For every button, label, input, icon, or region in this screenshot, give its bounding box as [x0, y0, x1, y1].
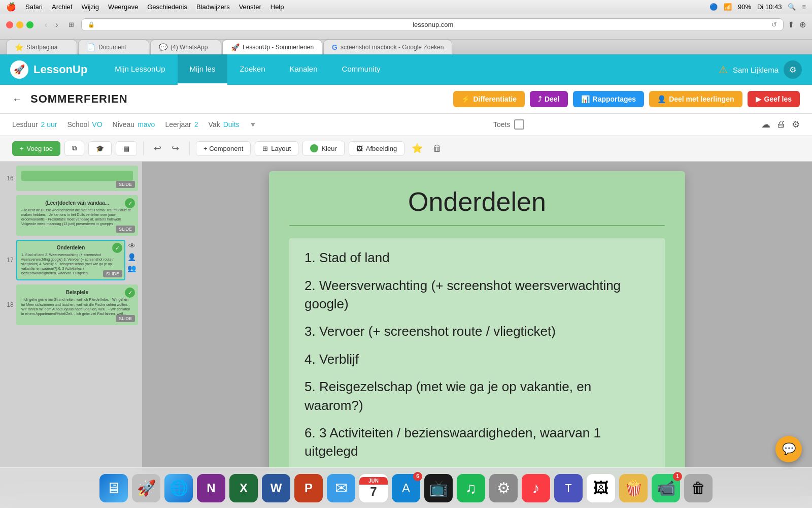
eye-icon[interactable]: 👁	[128, 242, 136, 250]
voeg-toe-button[interactable]: + Voeg toe	[12, 141, 60, 156]
slide-thumb-17[interactable]: ✓ Onderdelen 1. Stad of land 2. Weersver…	[16, 240, 125, 280]
dock-teams[interactable]: T	[554, 474, 583, 502]
slide-check-icon-17: ✓	[112, 243, 122, 253]
menu-help[interactable]: Help	[270, 3, 284, 11]
dock-mail[interactable]: ✉	[327, 474, 355, 502]
account-settings-icon[interactable]: ⚙	[784, 60, 802, 79]
control-center-icon[interactable]: ≡	[802, 3, 806, 11]
component-button[interactable]: + Component	[196, 141, 251, 156]
rapportages-button[interactable]: 📊 Rapportages	[573, 91, 645, 107]
tab-overview-button[interactable]: ⊞	[65, 20, 77, 29]
dock-systemsettings[interactable]: ⚙	[489, 474, 518, 502]
dock-music[interactable]: ♪	[522, 474, 550, 502]
lesduur-value[interactable]: 2 uur	[41, 120, 57, 129]
lessonup-tab-icon: 🚀	[231, 43, 240, 51]
new-tab-icon[interactable]: ⊕	[799, 20, 806, 29]
dock-powerpoint[interactable]: P	[294, 474, 323, 502]
dock-safari[interactable]: 🌐	[164, 474, 193, 502]
slide-thumb-16a[interactable]: SLIDE	[16, 166, 138, 191]
deel-button[interactable]: ⤴ Deel	[530, 91, 568, 107]
cloud-icon[interactable]: ☁	[761, 119, 770, 130]
print-icon[interactable]: 🖨	[776, 119, 786, 130]
slide-label-16a: SLIDE	[116, 181, 135, 188]
dock-word[interactable]: W	[262, 474, 290, 502]
layout-button[interactable]: ⊞ Layout	[255, 141, 298, 156]
app-logo[interactable]: 🚀 LessonUp	[10, 60, 87, 79]
niveau-value[interactable]: mavo	[138, 120, 155, 129]
rapportages-icon: 📊	[581, 95, 590, 103]
dock-onenote[interactable]: N	[197, 474, 225, 502]
nav-mijn-lessonup[interactable]: Mijn LessonUp	[103, 54, 177, 85]
slide-bar	[21, 171, 133, 181]
menu-bladwijzers[interactable]: Bladwijzers	[196, 3, 230, 11]
slide-thumb-18[interactable]: ✓ Beispiele - Ich gehe gerne am Strand r…	[16, 284, 138, 325]
menu-weergave[interactable]: Weergave	[108, 3, 138, 11]
lesson-settings-icon[interactable]: ⚙	[792, 119, 800, 130]
differentiatie-button[interactable]: ⚡ Differentiatie	[453, 91, 525, 107]
chat-bubble-button[interactable]: 💬	[775, 436, 802, 462]
redo-button[interactable]: ↪	[167, 141, 183, 156]
star-button[interactable]: ⭐	[409, 140, 426, 157]
slide-canvas[interactable]: Onderdelen 1. Stad of land 2. Weersverwa…	[269, 171, 685, 486]
toets-checkbox[interactable]	[514, 119, 524, 130]
forward-button[interactable]: ›	[52, 19, 61, 30]
tab-startpagina[interactable]: ⭐ Startpagina	[6, 40, 77, 54]
geef-les-button[interactable]: ▶ Geef les	[748, 91, 800, 107]
present-button[interactable]: 🎓	[88, 141, 112, 156]
back-to-lessons-button[interactable]: ←	[12, 93, 22, 105]
tab-document[interactable]: 📄 Document	[78, 40, 149, 54]
tab-screenshot[interactable]: G screenshot macbook - Google Zoeken	[323, 40, 452, 54]
person-icon[interactable]: 👤	[127, 253, 136, 261]
undo-button[interactable]: ↩	[150, 141, 165, 156]
browser-tabs: ⭐ Startpagina 📄 Document 💬 (4) WhatsApp …	[0, 40, 812, 54]
tab-whatsapp[interactable]: 💬 (4) WhatsApp	[150, 40, 221, 54]
dock-trash[interactable]: 🗑	[684, 474, 713, 502]
menu-safari[interactable]: Safari	[25, 3, 43, 11]
back-button[interactable]: ‹	[42, 19, 50, 30]
close-window-button[interactable]	[6, 21, 13, 28]
nav-mijn-les[interactable]: Mijn les	[178, 54, 228, 85]
share-icon[interactable]: ⬆	[788, 20, 794, 29]
afbeelding-button[interactable]: 🖼 Afbeelding	[349, 141, 404, 156]
deel-leerlingen-button[interactable]: 👤 Deel met leerlingen	[649, 91, 742, 107]
dock-photos[interactable]: 🖼	[587, 474, 615, 502]
group-icon[interactable]: 👥	[127, 264, 136, 272]
menu-wijzig[interactable]: Wijzig	[81, 3, 99, 11]
menu-geschiedenis[interactable]: Geschiedenis	[147, 3, 187, 11]
dock-popcorn[interactable]: 🍿	[619, 474, 648, 502]
menu-venster[interactable]: Venster	[239, 3, 261, 11]
dock-appstore[interactable]: A 6	[392, 474, 420, 502]
delete-button[interactable]: 🗑	[430, 140, 445, 157]
layout-toggle-button[interactable]: ▤	[116, 141, 137, 156]
whatsapp-tab-icon: 💬	[159, 43, 167, 51]
dock-spotify[interactable]: ♫	[457, 474, 485, 502]
dock-finder[interactable]: 🖥	[99, 474, 128, 502]
reload-icon[interactable]: ↺	[771, 21, 777, 28]
vak-value[interactable]: Duits	[223, 120, 240, 129]
nav-zoeken[interactable]: Zoeken	[227, 54, 277, 85]
search-icon[interactable]: 🔍	[788, 3, 796, 11]
apple-menu[interactable]: 🍎	[6, 2, 16, 12]
lesduur-label: Lesduur	[12, 120, 38, 129]
color-button[interactable]: Kleur	[302, 141, 344, 156]
nav-kanalen[interactable]: Kanalen	[277, 54, 329, 85]
dock-facetime[interactable]: 📹 1	[652, 474, 680, 502]
tab-lessonup[interactable]: 🚀 LessonUp - Sommerferien	[222, 40, 322, 54]
slide-thumb-16b[interactable]: ✓ (Leer)doelen van vandaa... - Je kent d…	[16, 195, 138, 236]
school-value[interactable]: VO	[92, 120, 102, 129]
menu-archief[interactable]: Archief	[52, 3, 72, 11]
dropdown-chevron-icon[interactable]: ▼	[250, 120, 257, 129]
address-bar[interactable]: 🔒 lessonup.com ↺	[81, 18, 784, 31]
dock-appletv[interactable]: 📺	[424, 474, 453, 502]
nav-community[interactable]: Community	[330, 54, 393, 85]
maximize-window-button[interactable]	[26, 21, 33, 28]
niveau-label: Niveau	[113, 120, 135, 129]
dock-excel[interactable]: X	[229, 474, 258, 502]
slide-list-item-2: 2. Weersverwachting (+ screenshot weersv…	[304, 276, 650, 313]
dock-calendar[interactable]: JUN 7	[359, 474, 388, 502]
dock-launchpad[interactable]: 🚀	[132, 474, 160, 502]
meta-vak: Vak Duits	[209, 120, 240, 129]
minimize-window-button[interactable]	[16, 21, 23, 28]
duplicate-button[interactable]: ⧉	[64, 141, 84, 156]
leerjaar-value[interactable]: 2	[194, 120, 198, 129]
